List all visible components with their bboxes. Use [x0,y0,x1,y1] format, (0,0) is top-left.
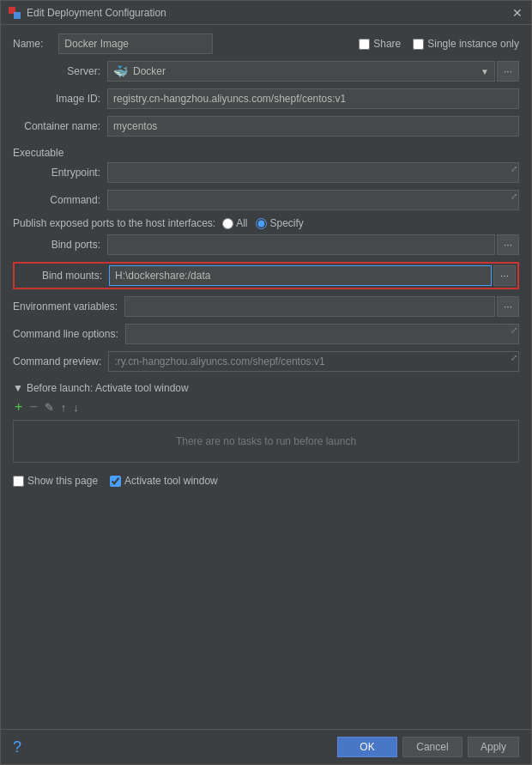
specify-label: Specify [269,217,303,229]
all-label: All [236,217,247,229]
ports-label: Publish exposed ports to the host interf… [13,217,215,229]
cmd-preview-row: Command preview: ⤢ [13,351,519,372]
env-vars-wrapper: ··· [124,296,519,317]
bind-mounts-more-button[interactable]: ··· [493,265,516,286]
remove-task-button[interactable]: − [27,399,39,415]
name-input[interactable] [58,33,213,54]
bind-ports-row: Bind ports: ··· [13,234,519,255]
activate-window-checkbox-item: Activate tool window [110,475,218,487]
before-launch-header: ▼ Before launch: Activate tool window [13,382,519,394]
command-input[interactable] [107,190,519,210]
server-label: Server: [13,65,107,77]
add-task-button[interactable]: + [13,399,24,415]
cancel-button[interactable]: Cancel [402,737,462,757]
deployment-icon [8,6,21,20]
show-page-label: Show this page [27,475,98,487]
svg-rect-1 [14,12,21,19]
env-vars-label: Environment variables: [13,301,124,313]
bind-mounts-row: Bind mounts: ··· [13,262,519,289]
apply-button[interactable]: Apply [468,737,519,757]
bind-ports-label: Bind ports: [13,239,107,251]
command-wrapper: ⤢ [107,190,519,210]
cmd-preview-input [108,351,519,372]
before-launch-triangle[interactable]: ▼ [13,382,23,394]
bind-mounts-label: Bind mounts: [16,270,109,282]
window-title: Edit Deployment Configuration [27,7,166,19]
container-name-input[interactable] [107,116,519,137]
cmd-options-wrapper: ⤢ [125,324,519,344]
specify-radio-item: Specify [256,217,303,229]
all-radio[interactable] [222,218,233,229]
move-down-button[interactable]: ↓ [71,401,81,414]
name-label: Name: [13,38,50,50]
checkbox-group: Share Single instance only [359,38,519,50]
move-up-button[interactable]: ↑ [59,401,69,414]
image-id-row: Image ID: [13,88,519,109]
bind-ports-more-button[interactable]: ··· [497,234,519,255]
tasks-placeholder: There are no tasks to run before launch [13,420,519,463]
container-name-label: Container name: [13,120,107,132]
cmd-preview-expand-button[interactable]: ⤢ [511,353,517,362]
footer-buttons: OK Cancel Apply [337,737,519,757]
no-tasks-message: There are no tasks to run before launch [176,435,356,447]
content-area: Name: Share Single instance only Server:… [1,25,531,729]
cmd-preview-label: Command preview: [13,355,108,367]
dropdown-arrow-icon: ▼ [481,67,489,76]
close-button[interactable]: ✕ [511,6,524,20]
container-name-row: Container name: [13,116,519,137]
image-id-input[interactable] [107,88,519,109]
entrypoint-input[interactable] [107,162,519,183]
entrypoint-row: Entrypoint: ⤢ [13,162,519,183]
all-radio-item: All [222,217,247,229]
bind-ports-wrapper: ··· [107,234,519,255]
server-value: Docker [133,65,166,77]
share-checkbox[interactable] [359,39,370,50]
server-select[interactable]: 🐳 Docker ▼ [107,61,495,82]
entrypoint-expand-button[interactable]: ⤢ [511,164,517,173]
activate-window-label: Activate tool window [124,475,218,487]
entrypoint-label: Entrypoint: [33,167,107,179]
single-instance-checkbox[interactable] [413,39,424,50]
title-bar: Edit Deployment Configuration ✕ [1,1,531,25]
share-checkbox-item: Share [359,38,401,50]
cmd-options-expand-button[interactable]: ⤢ [511,325,517,335]
bind-ports-input[interactable] [107,234,495,255]
name-row: Name: Share Single instance only [13,33,519,54]
single-instance-checkbox-item: Single instance only [413,38,519,50]
before-launch-label: Before launch: Activate tool window [27,382,189,394]
env-vars-row: Environment variables: ··· [13,296,519,317]
cmd-options-input[interactable] [125,324,519,344]
show-page-checkbox[interactable] [13,476,24,487]
edit-task-button[interactable]: ✎ [43,401,56,414]
radio-group: All Specify [222,217,304,229]
single-instance-label: Single instance only [427,38,519,50]
env-vars-more-button[interactable]: ··· [497,296,519,317]
toolbar-row: + − ✎ ↑ ↓ [13,399,519,415]
before-launch-section: ▼ Before launch: Activate tool window + … [13,382,519,470]
help-button[interactable]: ? [13,738,21,756]
server-more-button[interactable]: ··· [497,61,519,82]
bind-mounts-input[interactable] [109,265,492,286]
show-page-checkbox-item: Show this page [13,475,98,487]
image-id-label: Image ID: [13,93,107,105]
command-label: Command: [33,194,107,206]
env-vars-input[interactable] [124,296,495,317]
command-row: Command: ⤢ [13,190,519,210]
cmd-options-row: Command line options: ⤢ [13,324,519,344]
command-expand-button[interactable]: ⤢ [511,191,517,201]
docker-logo-icon: 🐳 [113,64,128,78]
cmd-preview-wrapper: ⤢ [108,351,519,372]
ok-button[interactable]: OK [337,737,397,757]
cmd-options-label: Command line options: [13,328,125,340]
executable-section-label: Executable [13,147,519,159]
entrypoint-wrapper: ⤢ [107,162,519,183]
share-label: Share [373,38,401,50]
bottom-checkboxes: Show this page Activate tool window [13,475,519,487]
ports-row: Publish exposed ports to the host interf… [13,217,519,229]
bind-mounts-wrapper: ··· [109,265,516,286]
specify-radio[interactable] [256,218,267,229]
server-row: Server: 🐳 Docker ▼ ··· [13,61,519,82]
activate-window-checkbox[interactable] [110,476,121,487]
footer: ? OK Cancel Apply [1,729,531,764]
main-window: Edit Deployment Configuration ✕ Name: Sh… [0,0,532,765]
